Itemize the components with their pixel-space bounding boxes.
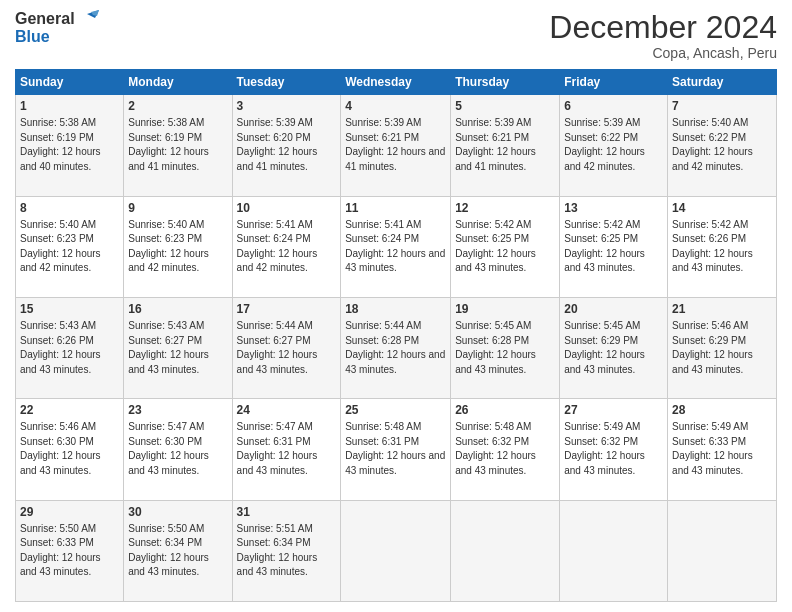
table-row: 6 Sunrise: 5:39 AMSunset: 6:22 PMDayligh… xyxy=(560,95,668,196)
day-number: 21 xyxy=(672,301,772,317)
table-row: 23 Sunrise: 5:47 AMSunset: 6:30 PMDaylig… xyxy=(124,399,232,500)
col-thursday: Thursday xyxy=(451,70,560,95)
day-info: Sunrise: 5:40 AMSunset: 6:23 PMDaylight:… xyxy=(20,219,101,274)
main-title: December 2024 xyxy=(549,10,777,45)
table-row: 4 Sunrise: 5:39 AMSunset: 6:21 PMDayligh… xyxy=(341,95,451,196)
title-block: December 2024 Copa, Ancash, Peru xyxy=(549,10,777,61)
day-info: Sunrise: 5:45 AMSunset: 6:29 PMDaylight:… xyxy=(564,320,645,375)
day-number: 22 xyxy=(20,402,119,418)
day-number: 1 xyxy=(20,98,119,114)
table-row xyxy=(560,500,668,601)
day-number: 28 xyxy=(672,402,772,418)
table-row: 18 Sunrise: 5:44 AMSunset: 6:28 PMDaylig… xyxy=(341,297,451,398)
day-info: Sunrise: 5:45 AMSunset: 6:28 PMDaylight:… xyxy=(455,320,536,375)
day-info: Sunrise: 5:47 AMSunset: 6:31 PMDaylight:… xyxy=(237,421,318,476)
day-info: Sunrise: 5:41 AMSunset: 6:24 PMDaylight:… xyxy=(237,219,318,274)
day-info: Sunrise: 5:39 AMSunset: 6:22 PMDaylight:… xyxy=(564,117,645,172)
table-row: 21 Sunrise: 5:46 AMSunset: 6:29 PMDaylig… xyxy=(668,297,777,398)
day-info: Sunrise: 5:38 AMSunset: 6:19 PMDaylight:… xyxy=(20,117,101,172)
table-row: 20 Sunrise: 5:45 AMSunset: 6:29 PMDaylig… xyxy=(560,297,668,398)
day-info: Sunrise: 5:44 AMSunset: 6:28 PMDaylight:… xyxy=(345,320,445,375)
day-number: 18 xyxy=(345,301,446,317)
calendar-week-row: 15 Sunrise: 5:43 AMSunset: 6:26 PMDaylig… xyxy=(16,297,777,398)
day-number: 10 xyxy=(237,200,337,216)
col-wednesday: Wednesday xyxy=(341,70,451,95)
day-info: Sunrise: 5:49 AMSunset: 6:32 PMDaylight:… xyxy=(564,421,645,476)
day-info: Sunrise: 5:46 AMSunset: 6:29 PMDaylight:… xyxy=(672,320,753,375)
table-row: 26 Sunrise: 5:48 AMSunset: 6:32 PMDaylig… xyxy=(451,399,560,500)
table-row: 8 Sunrise: 5:40 AMSunset: 6:23 PMDayligh… xyxy=(16,196,124,297)
logo-general: General xyxy=(15,10,75,28)
day-info: Sunrise: 5:41 AMSunset: 6:24 PMDaylight:… xyxy=(345,219,445,274)
day-number: 16 xyxy=(128,301,227,317)
day-info: Sunrise: 5:42 AMSunset: 6:25 PMDaylight:… xyxy=(564,219,645,274)
table-row: 31 Sunrise: 5:51 AMSunset: 6:34 PMDaylig… xyxy=(232,500,341,601)
day-info: Sunrise: 5:39 AMSunset: 6:21 PMDaylight:… xyxy=(455,117,536,172)
day-info: Sunrise: 5:42 AMSunset: 6:26 PMDaylight:… xyxy=(672,219,753,274)
day-number: 6 xyxy=(564,98,663,114)
day-number: 27 xyxy=(564,402,663,418)
day-info: Sunrise: 5:46 AMSunset: 6:30 PMDaylight:… xyxy=(20,421,101,476)
day-number: 2 xyxy=(128,98,227,114)
day-info: Sunrise: 5:44 AMSunset: 6:27 PMDaylight:… xyxy=(237,320,318,375)
day-number: 4 xyxy=(345,98,446,114)
table-row: 19 Sunrise: 5:45 AMSunset: 6:28 PMDaylig… xyxy=(451,297,560,398)
day-number: 9 xyxy=(128,200,227,216)
calendar-week-row: 8 Sunrise: 5:40 AMSunset: 6:23 PMDayligh… xyxy=(16,196,777,297)
table-row: 28 Sunrise: 5:49 AMSunset: 6:33 PMDaylig… xyxy=(668,399,777,500)
day-info: Sunrise: 5:48 AMSunset: 6:32 PMDaylight:… xyxy=(455,421,536,476)
day-number: 11 xyxy=(345,200,446,216)
table-row xyxy=(341,500,451,601)
table-row: 27 Sunrise: 5:49 AMSunset: 6:32 PMDaylig… xyxy=(560,399,668,500)
day-info: Sunrise: 5:47 AMSunset: 6:30 PMDaylight:… xyxy=(128,421,209,476)
day-info: Sunrise: 5:40 AMSunset: 6:22 PMDaylight:… xyxy=(672,117,753,172)
table-row: 30 Sunrise: 5:50 AMSunset: 6:34 PMDaylig… xyxy=(124,500,232,601)
table-row: 17 Sunrise: 5:44 AMSunset: 6:27 PMDaylig… xyxy=(232,297,341,398)
table-row: 1 Sunrise: 5:38 AMSunset: 6:19 PMDayligh… xyxy=(16,95,124,196)
day-info: Sunrise: 5:39 AMSunset: 6:20 PMDaylight:… xyxy=(237,117,318,172)
day-info: Sunrise: 5:43 AMSunset: 6:26 PMDaylight:… xyxy=(20,320,101,375)
calendar-week-row: 22 Sunrise: 5:46 AMSunset: 6:30 PMDaylig… xyxy=(16,399,777,500)
day-number: 20 xyxy=(564,301,663,317)
day-info: Sunrise: 5:50 AMSunset: 6:33 PMDaylight:… xyxy=(20,523,101,578)
day-info: Sunrise: 5:40 AMSunset: 6:23 PMDaylight:… xyxy=(128,219,209,274)
day-number: 14 xyxy=(672,200,772,216)
logo-bird-icon xyxy=(77,10,99,28)
table-row: 22 Sunrise: 5:46 AMSunset: 6:30 PMDaylig… xyxy=(16,399,124,500)
table-row: 24 Sunrise: 5:47 AMSunset: 6:31 PMDaylig… xyxy=(232,399,341,500)
col-saturday: Saturday xyxy=(668,70,777,95)
col-tuesday: Tuesday xyxy=(232,70,341,95)
calendar-week-row: 1 Sunrise: 5:38 AMSunset: 6:19 PMDayligh… xyxy=(16,95,777,196)
table-row: 11 Sunrise: 5:41 AMSunset: 6:24 PMDaylig… xyxy=(341,196,451,297)
col-friday: Friday xyxy=(560,70,668,95)
table-row: 25 Sunrise: 5:48 AMSunset: 6:31 PMDaylig… xyxy=(341,399,451,500)
day-number: 29 xyxy=(20,504,119,520)
table-row: 3 Sunrise: 5:39 AMSunset: 6:20 PMDayligh… xyxy=(232,95,341,196)
day-info: Sunrise: 5:50 AMSunset: 6:34 PMDaylight:… xyxy=(128,523,209,578)
day-info: Sunrise: 5:51 AMSunset: 6:34 PMDaylight:… xyxy=(237,523,318,578)
day-number: 24 xyxy=(237,402,337,418)
day-info: Sunrise: 5:42 AMSunset: 6:25 PMDaylight:… xyxy=(455,219,536,274)
header: General Blue December 2024 Copa, Ancash,… xyxy=(15,10,777,61)
day-number: 31 xyxy=(237,504,337,520)
calendar-table: Sunday Monday Tuesday Wednesday Thursday… xyxy=(15,69,777,602)
day-number: 12 xyxy=(455,200,555,216)
table-row: 2 Sunrise: 5:38 AMSunset: 6:19 PMDayligh… xyxy=(124,95,232,196)
day-number: 5 xyxy=(455,98,555,114)
calendar-week-row: 29 Sunrise: 5:50 AMSunset: 6:33 PMDaylig… xyxy=(16,500,777,601)
day-number: 25 xyxy=(345,402,446,418)
day-number: 30 xyxy=(128,504,227,520)
table-row: 29 Sunrise: 5:50 AMSunset: 6:33 PMDaylig… xyxy=(16,500,124,601)
day-info: Sunrise: 5:49 AMSunset: 6:33 PMDaylight:… xyxy=(672,421,753,476)
table-row: 5 Sunrise: 5:39 AMSunset: 6:21 PMDayligh… xyxy=(451,95,560,196)
col-sunday: Sunday xyxy=(16,70,124,95)
table-row: 15 Sunrise: 5:43 AMSunset: 6:26 PMDaylig… xyxy=(16,297,124,398)
day-info: Sunrise: 5:38 AMSunset: 6:19 PMDaylight:… xyxy=(128,117,209,172)
day-number: 13 xyxy=(564,200,663,216)
day-number: 3 xyxy=(237,98,337,114)
day-number: 19 xyxy=(455,301,555,317)
table-row: 16 Sunrise: 5:43 AMSunset: 6:27 PMDaylig… xyxy=(124,297,232,398)
logo-blue: Blue xyxy=(15,28,50,46)
day-info: Sunrise: 5:48 AMSunset: 6:31 PMDaylight:… xyxy=(345,421,445,476)
table-row xyxy=(668,500,777,601)
